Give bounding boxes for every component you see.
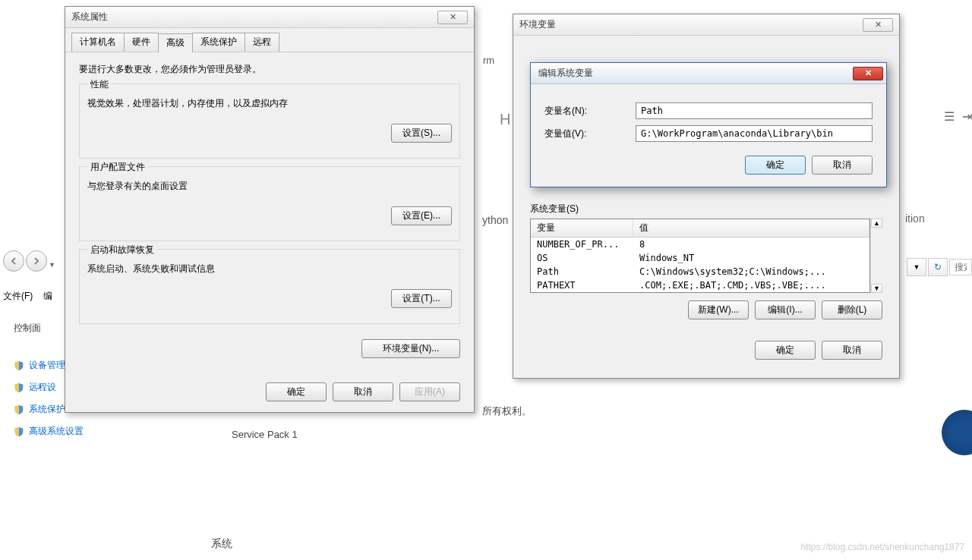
ok-button[interactable]: 确定 (266, 382, 327, 401)
new-button[interactable]: 新建(W)... (688, 300, 749, 319)
scroll-up-icon[interactable]: ▲ (871, 219, 882, 228)
col-variable[interactable]: 变量 (531, 219, 633, 237)
edit-system-variable-dialog: 编辑系统变量 ✕ 变量名(N): 变量值(V): 确定 取消 (530, 62, 887, 187)
sysvars-buttons: 新建(W)... 编辑(I)... 删除(L) (530, 293, 882, 327)
startup-group: 启动和故障恢复 系统启动、系统失败和调试信息 设置(T)... (79, 249, 460, 324)
cell-value: Windows_NT (633, 252, 869, 264)
watermark: https://blog.csdn.net/shenkunchang1877 (801, 542, 965, 552)
bg-rm: rm (483, 55, 494, 66)
editvar-content: 变量名(N): 变量值(V): 确定 取消 (531, 84, 886, 187)
performance-group: 性能 视觉效果，处理器计划，内存使用，以及虚拟内存 设置(S)... (79, 83, 460, 159)
system-vars-list: 变量 值 NUMBER_OF_PR...8OSWindows_NTPathC:\… (530, 219, 882, 293)
listview-header: 变量 值 (531, 219, 869, 238)
sysprops-titlebar: 系统属性 ✕ (65, 7, 474, 28)
bg-servicepack: Service Pack 1 (232, 429, 298, 440)
edit-menu-partial[interactable]: 编 (43, 291, 52, 301)
explorer-toolbar-right: ▼ ↻ (907, 258, 972, 276)
shield-icon (14, 426, 24, 437)
shield-icon (14, 360, 24, 371)
variable-name-input[interactable] (636, 102, 873, 119)
envvars-title: 环境变量 (519, 18, 556, 31)
close-button[interactable]: ✕ (853, 67, 883, 80)
scrollbar[interactable]: ▲ ▼ (870, 219, 882, 293)
table-row[interactable]: OSWindows_NT (531, 251, 869, 265)
performance-settings-button[interactable]: 设置(S)... (391, 124, 452, 143)
sysprops-tabs: 计算机名 硬件 高级 系统保护 远程 (65, 28, 474, 52)
file-menu[interactable]: 文件(F) (3, 291, 33, 301)
tab-protection[interactable]: 系统保护 (192, 33, 245, 52)
startup-title: 启动和故障恢复 (87, 244, 157, 256)
tab-computer-name[interactable]: 计算机名 (71, 33, 125, 52)
windows-logo-partial (942, 410, 972, 455)
cancel-button[interactable]: 取消 (822, 341, 882, 360)
bg-edition: ition (905, 212, 925, 225)
cell-variable: NUMBER_OF_PR... (531, 238, 633, 250)
tab-remote[interactable]: 远程 (245, 33, 279, 52)
ok-button[interactable]: 确定 (745, 156, 806, 175)
editvar-titlebar: 编辑系统变量 ✕ (531, 63, 886, 84)
cancel-button[interactable]: 取消 (812, 156, 873, 175)
performance-desc: 视觉效果，处理器计划，内存使用，以及虚拟内存 (87, 97, 452, 110)
tab-hardware[interactable]: 硬件 (124, 33, 159, 52)
cell-variable: OS (531, 252, 633, 264)
editvar-title: 编辑系统变量 (538, 67, 593, 80)
system-variables-label: 系统变量(S) (530, 203, 882, 216)
user-profile-settings-button[interactable]: 设置(E)... (391, 206, 452, 225)
sidebar-item-advanced-system[interactable]: 高级系统设置 (6, 420, 184, 442)
apply-button[interactable]: 应用(A) (399, 382, 460, 401)
environment-variables-button[interactable]: 环境变量(N)... (361, 339, 460, 358)
ok-button[interactable]: 确定 (755, 341, 816, 360)
user-profile-group: 用户配置文件 与您登录有关的桌面设置 设置(E)... (79, 166, 460, 241)
scroll-down-icon[interactable]: ▼ (871, 284, 882, 293)
nav-arrows: ▼ (3, 250, 55, 272)
table-row[interactable]: PATHEXT.COM;.EXE;.BAT;.CMD;.VBS;.VBE;...… (531, 278, 869, 292)
bg-system-heading: 系统 (211, 537, 232, 551)
tab-advanced[interactable]: 高级 (158, 33, 193, 52)
variable-name-label: 变量名(N): (544, 105, 636, 118)
list-indent-icon[interactable]: ⇥ (962, 109, 972, 124)
cell-value: C:\Windows\system32;C:\Windows;... (633, 266, 869, 278)
close-button[interactable]: ✕ (437, 11, 468, 24)
edit-button[interactable]: 编辑(I)... (755, 300, 816, 319)
close-button[interactable]: ✕ (863, 18, 893, 32)
table-row[interactable]: NUMBER_OF_PR...8 (531, 238, 869, 251)
search-input[interactable] (949, 259, 972, 275)
cell-value: .COM;.EXE;.BAT;.CMD;.VBS;.VBE;.... (633, 279, 869, 291)
nav-dropdown-icon[interactable]: ▼ (49, 261, 55, 269)
shield-icon (14, 382, 24, 393)
col-value[interactable]: 值 (633, 219, 869, 237)
startup-settings-button[interactable]: 设置(T)... (391, 289, 452, 308)
delete-button[interactable]: 删除(L) (822, 300, 882, 319)
bg-allrights: 所有权利。 (482, 404, 532, 418)
nav-forward-button[interactable] (26, 250, 47, 272)
envvars-titlebar: 环境变量 ✕ (513, 14, 899, 36)
bg-toolbar-icons: ☰ ⇥ (944, 109, 972, 124)
nav-back-button[interactable] (3, 250, 24, 272)
variable-value-input[interactable] (636, 125, 873, 142)
refresh-button[interactable]: ↻ (928, 258, 948, 276)
startup-desc: 系统启动、系统失败和调试信息 (87, 263, 452, 275)
dropdown-button[interactable]: ▼ (907, 258, 926, 276)
sidebar-item-label: 远程设 (29, 381, 56, 394)
cancel-button[interactable]: 取消 (333, 382, 393, 401)
sysprops-title: 系统属性 (71, 11, 108, 24)
shield-icon (14, 404, 24, 415)
sidebar-item-label: 设备管理 (29, 359, 65, 372)
system-vars-listview[interactable]: 变量 值 NUMBER_OF_PR...8OSWindows_NTPathC:\… (530, 219, 870, 293)
sidebar-item-label: 高级系统设置 (29, 425, 84, 438)
admin-instruction: 要进行大多数更改，您必须作为管理员登录。 (79, 63, 460, 76)
bg-h: H (500, 111, 510, 128)
envvars-footer: 确定 取消 (530, 327, 882, 367)
sidebar-item-label: 系统保护 (29, 403, 65, 416)
bg-ython: ython (482, 214, 508, 226)
performance-title: 性能 (87, 78, 112, 91)
cell-value: 8 (633, 238, 869, 250)
menubar: 文件(F) 编 (3, 290, 52, 303)
cell-variable: PATHEXT (531, 279, 633, 291)
sysprops-content: 要进行大多数更改，您必须作为管理员登录。 性能 视觉效果，处理器计划，内存使用，… (65, 52, 474, 376)
user-profile-desc: 与您登录有关的桌面设置 (87, 180, 452, 193)
sysprops-footer: 确定 取消 应用(A) (65, 376, 474, 412)
list-icon[interactable]: ☰ (944, 109, 955, 124)
table-row[interactable]: PathC:\Windows\system32;C:\Windows;... (531, 265, 869, 278)
cell-variable: Path (531, 266, 633, 278)
